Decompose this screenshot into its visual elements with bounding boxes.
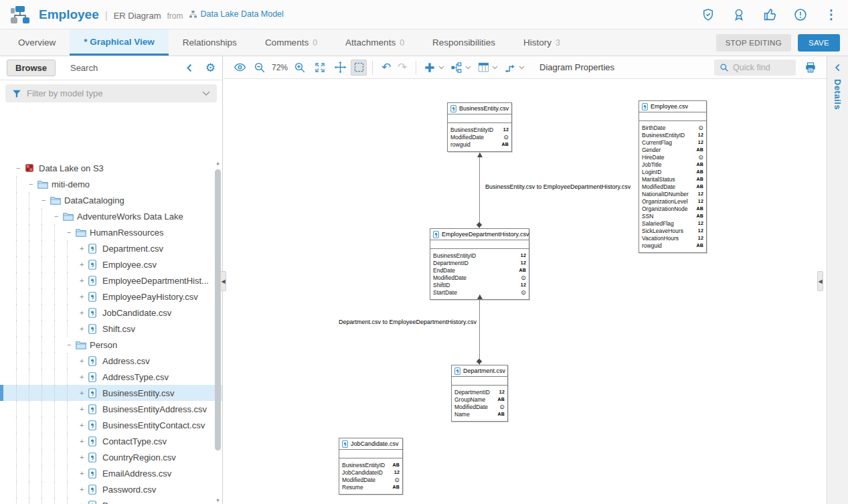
expand-toggle-icon[interactable]: + <box>80 244 88 252</box>
details-panel-strip[interactable]: Details <box>827 56 848 504</box>
tab-overview[interactable]: Overview <box>4 29 70 56</box>
save-button[interactable]: SAVE <box>798 34 840 52</box>
entity-jobcandidate-csv[interactable]: JobCandidate.csvBusinessEntityIDABJobCan… <box>339 438 403 495</box>
tree-item-addresstype-csv[interactable]: +AddressType.csv <box>0 369 222 385</box>
tree-item-address-csv[interactable]: +Address.csv <box>0 353 222 369</box>
tree-item-department-csv[interactable]: +Department.csv <box>0 240 222 256</box>
left-panel-collapse-handle[interactable]: ◀ <box>220 271 226 291</box>
tab-history[interactable]: History3 <box>509 29 574 56</box>
expand-toggle-icon[interactable]: + <box>80 405 88 413</box>
shield-check-icon[interactable] <box>701 7 715 22</box>
quick-find-box[interactable] <box>714 60 796 76</box>
tree-item-businessentity-csv[interactable]: +BusinessEntity.csv <box>0 385 222 401</box>
expand-toggle-icon[interactable]: + <box>80 501 88 504</box>
expand-toggle-icon[interactable]: + <box>80 292 88 301</box>
tree-item-employeepayhistory-csv[interactable]: +EmployeePayHistory.csv <box>0 288 222 305</box>
collapse-toggle-icon[interactable]: − <box>67 341 76 349</box>
alert-circle-icon[interactable] <box>793 7 808 22</box>
connector-style-icon[interactable] <box>502 60 518 76</box>
collapse-toggle-icon[interactable]: − <box>29 180 37 188</box>
tree-item-employeedepartmenthist[interactable]: +EmployeeDepartmentHist... <box>0 272 222 288</box>
relationship-line[interactable] <box>479 295 480 365</box>
zoom-in-icon[interactable] <box>292 60 308 76</box>
relationship-label[interactable]: Department.csv to EmployeeDepartmentHist… <box>337 319 478 325</box>
auto-layout-icon[interactable] <box>448 60 464 76</box>
expand-toggle-icon[interactable]: + <box>80 276 88 284</box>
print-icon[interactable] <box>802 60 819 76</box>
scrollbar-thumb[interactable] <box>215 169 221 450</box>
entity-department-csv[interactable]: Department.csvDepartmentID12GroupNameABM… <box>451 365 508 422</box>
pan-icon[interactable] <box>332 60 348 76</box>
scroll-down-icon[interactable]: ▼ <box>214 497 222 504</box>
tree-item-datacataloging[interactable]: −DataCataloging <box>0 192 222 208</box>
relationship-label[interactable]: BusinessEntity.csv to EmployeeDepartment… <box>484 183 632 190</box>
gear-icon[interactable]: ⚙ <box>205 62 216 74</box>
filter-by-model-type-dropdown[interactable]: Filter by model type <box>5 84 217 102</box>
add-node-dropdown-icon[interactable] <box>438 66 444 70</box>
tree-item-person[interactable]: −Person <box>0 337 222 353</box>
diagram-canvas[interactable]: BusinessEntity.csvBusinessEntityID12Modi… <box>224 79 827 504</box>
tree-item-businessentitycontact-csv[interactable]: +BusinessEntityContact.csv <box>0 417 222 433</box>
tab-comments[interactable]: Comments0 <box>251 29 331 56</box>
tree-item-miti-demo[interactable]: −miti-demo <box>0 176 222 192</box>
kebab-menu-icon[interactable]: ⋮ <box>824 7 839 22</box>
expand-toggle-icon[interactable]: + <box>80 309 88 317</box>
collapse-toggle-icon[interactable]: − <box>41 196 50 204</box>
model-link[interactable]: Data Lake Data Model <box>189 9 283 19</box>
connector-style-dropdown-icon[interactable] <box>519 66 525 70</box>
collapse-toggle-icon[interactable]: − <box>67 228 76 236</box>
expand-toggle-icon[interactable]: + <box>80 260 88 268</box>
tab-relationships[interactable]: Relationships <box>169 29 251 56</box>
tree-item-contacttype-csv[interactable]: +ContactType.csv <box>0 433 222 449</box>
relationship-line[interactable] <box>479 153 480 228</box>
tree-item-person-csv[interactable]: +Person.csv <box>0 497 222 504</box>
collapse-toggle-icon[interactable]: − <box>16 164 25 172</box>
add-node-icon[interactable] <box>422 60 438 76</box>
browse-tab[interactable]: Browse <box>7 60 56 76</box>
expand-toggle-icon[interactable]: + <box>80 325 88 333</box>
expand-toggle-icon[interactable]: + <box>80 485 88 493</box>
collapse-panel-icon[interactable] <box>185 63 195 73</box>
expand-toggle-icon[interactable]: + <box>80 421 88 429</box>
expand-toggle-icon[interactable]: + <box>80 357 88 365</box>
stop-editing-button[interactable]: STOP EDITING <box>716 34 791 52</box>
collapse-toggle-icon[interactable]: − <box>54 212 63 220</box>
table-view-dropdown-icon[interactable] <box>492 66 498 70</box>
quick-find-input[interactable] <box>733 63 786 72</box>
details-tab[interactable]: Details <box>833 79 843 110</box>
scroll-up-icon[interactable]: ▲ <box>214 160 222 167</box>
tree-item-countryregion-csv[interactable]: +CountryRegion.csv <box>0 449 222 465</box>
tree-item-jobcandidate-csv[interactable]: +JobCandidate.csv <box>0 305 222 321</box>
tab-responsibilities[interactable]: Responsibilities <box>418 29 509 56</box>
tab-attachments[interactable]: Attachments0 <box>331 29 418 56</box>
expand-toggle-icon[interactable]: + <box>80 469 88 477</box>
thumbs-up-icon[interactable] <box>762 7 777 22</box>
tree-item-businessentityaddress-csv[interactable]: +BusinessEntityAddress.csv <box>0 401 222 417</box>
marquee-select-icon[interactable] <box>351 60 367 76</box>
diagram-properties-label[interactable]: Diagram Properties <box>539 62 614 72</box>
details-panel-expand-handle[interactable]: ◀ <box>817 271 823 291</box>
tree-item-data-lake-on-s3[interactable]: −Data Lake on S3 <box>0 160 222 176</box>
expand-toggle-icon[interactable]: + <box>80 373 88 381</box>
certification-ribbon-icon[interactable] <box>732 7 746 22</box>
fit-to-screen-icon[interactable] <box>312 60 328 76</box>
tree-item-password-csv[interactable]: +Password.csv <box>0 481 222 497</box>
search-tab[interactable]: Search <box>70 63 98 73</box>
tree-item-employee-csv[interactable]: +Employee.csv <box>0 256 222 272</box>
expand-toggle-icon[interactable]: + <box>80 437 88 445</box>
entity-employee-csv[interactable]: Employee.csvBirthDate⊙BusinessEntityID12… <box>639 100 707 253</box>
tree-item-adventureworks-data-lake[interactable]: −AdventureWorks Data Lake <box>0 208 222 224</box>
entity-employeedepartmenthistory-csv[interactable]: EmployeeDepartmentHistory.csvBusinessEnt… <box>430 228 529 300</box>
entity-businessentity-csv[interactable]: BusinessEntity.csvBusinessEntityID12Modi… <box>447 102 512 152</box>
zoom-out-icon[interactable] <box>252 60 268 76</box>
redo-icon[interactable]: ↷ <box>394 60 410 76</box>
tree-item-humanressources[interactable]: −HumanRessources <box>0 224 222 240</box>
eye-icon[interactable] <box>232 60 248 76</box>
expand-toggle-icon[interactable]: + <box>80 389 88 397</box>
tree-item-shift-csv[interactable]: +Shift.csv <box>0 321 222 337</box>
expand-details-icon[interactable] <box>833 63 843 72</box>
tab-graphical-view[interactable]: * Graphical View <box>70 29 169 56</box>
tree-scrollbar[interactable]: ▲ ▼ <box>214 160 222 504</box>
expand-toggle-icon[interactable]: + <box>80 453 88 461</box>
auto-layout-dropdown-icon[interactable] <box>465 66 471 70</box>
